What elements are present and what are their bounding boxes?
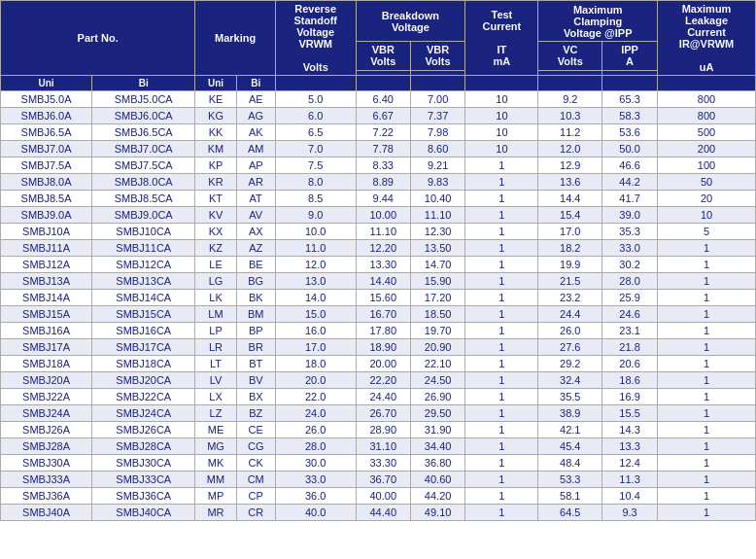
table-cell: 28.0 — [275, 438, 356, 455]
table-cell: SMBJ17CA — [92, 339, 195, 356]
table-cell: SMBJ20CA — [92, 372, 195, 389]
table-cell: 10 — [658, 207, 756, 224]
table-cell: 200 — [658, 141, 756, 157]
table-cell: 18.50 — [410, 306, 464, 323]
table-cell: 1 — [465, 356, 538, 372]
table-cell: KE — [195, 91, 236, 108]
table-cell: 27.6 — [538, 339, 602, 356]
table-cell: 26.0 — [275, 422, 356, 438]
table-cell: 19.70 — [410, 323, 464, 339]
table-row: SMBJ15ASMBJ15CALMBM15.016.7018.50124.424… — [1, 306, 756, 323]
table-cell: AK — [236, 124, 275, 141]
table-cell: 12.0 — [275, 257, 356, 273]
table-cell: 15.90 — [410, 273, 464, 290]
table-cell: 10 — [465, 91, 538, 108]
table-cell: 38.9 — [538, 405, 602, 422]
table-cell: 58.3 — [602, 108, 658, 124]
header-vc-volts — [538, 76, 602, 91]
table-cell: 9.44 — [356, 191, 410, 207]
table-cell: SMBJ18A — [1, 356, 92, 372]
table-cell: KG — [195, 108, 236, 124]
table-cell: 15.60 — [356, 290, 410, 306]
table-cell: 10.4 — [602, 488, 658, 505]
table-cell: LT — [195, 356, 236, 372]
table-cell: 1 — [465, 438, 538, 455]
table-cell: 9.21 — [410, 157, 464, 174]
table-cell: SMBJ22A — [1, 389, 92, 405]
table-cell: SMBJ40A — [1, 505, 92, 521]
table-cell: 65.3 — [602, 91, 658, 108]
header-breakdown: BreakdownVoltage — [356, 1, 465, 42]
table-cell: KR — [195, 174, 236, 191]
table-cell: SMBJ7.5CA — [92, 157, 195, 174]
table-cell: 11.2 — [538, 124, 602, 141]
table-cell: 64.5 — [538, 505, 602, 521]
table-cell: 10 — [465, 124, 538, 141]
table-cell: SMBJ30A — [1, 455, 92, 472]
table-cell: 21.8 — [602, 339, 658, 356]
table-cell: 1 — [658, 422, 756, 438]
table-cell: KX — [195, 224, 236, 240]
table-cell: SMBJ7.0CA — [92, 141, 195, 157]
table-cell: MG — [195, 438, 236, 455]
table-cell: LZ — [195, 405, 236, 422]
table-cell: SMBJ16A — [1, 323, 92, 339]
table-cell: SMBJ11CA — [92, 240, 195, 257]
table-cell: 1 — [465, 339, 538, 356]
table-cell: SMBJ6.0A — [1, 108, 92, 124]
header-bi: Bi — [92, 76, 195, 91]
header-test-current: TestCurrentITmA — [465, 1, 538, 76]
table-cell: SMBJ24A — [1, 405, 92, 422]
table-cell: SMBJ7.0A — [1, 141, 92, 157]
table-cell: 20.90 — [410, 339, 464, 356]
table-row: SMBJ26ASMBJ26CAMECE26.028.9031.90142.114… — [1, 422, 756, 438]
header-vbr-volts2 — [410, 76, 464, 91]
table-cell: SMBJ5.0CA — [92, 91, 195, 108]
table-cell: 7.00 — [410, 91, 464, 108]
table-cell: 21.5 — [538, 273, 602, 290]
table-cell: 35.3 — [602, 224, 658, 240]
table-row: SMBJ12ASMBJ12CALEBE12.013.3014.70119.930… — [1, 257, 756, 273]
table-cell: 18.0 — [275, 356, 356, 372]
table-cell: SMBJ33A — [1, 472, 92, 488]
table-cell: AR — [236, 174, 275, 191]
table-cell: SMBJ6.5A — [1, 124, 92, 141]
table-cell: SMBJ8.5A — [1, 191, 92, 207]
table-cell: 29.50 — [410, 405, 464, 422]
table-cell: 7.0 — [275, 141, 356, 157]
table-cell: MP — [195, 488, 236, 505]
table-cell: 35.5 — [538, 389, 602, 405]
table-cell: 9.3 — [602, 505, 658, 521]
table-cell: 1 — [465, 405, 538, 422]
table-cell: 31.10 — [356, 438, 410, 455]
table-cell: 14.70 — [410, 257, 464, 273]
table-cell: 14.3 — [602, 422, 658, 438]
table-cell: 1 — [465, 240, 538, 257]
table-cell: 45.4 — [538, 438, 602, 455]
table-cell: AE — [236, 91, 275, 108]
table-cell: 11.0 — [275, 240, 356, 257]
table-cell: SMBJ7.5A — [1, 157, 92, 174]
table-cell: SMBJ17A — [1, 339, 92, 356]
header-vbr-volts1 — [356, 76, 410, 91]
table-cell: 19.9 — [538, 257, 602, 273]
table-cell: SMBJ33CA — [92, 472, 195, 488]
table-cell: 58.1 — [538, 488, 602, 505]
table-cell: SMBJ12A — [1, 257, 92, 273]
table-cell: 50.0 — [602, 141, 658, 157]
table-cell: SMBJ8.0CA — [92, 174, 195, 191]
table-cell: 40.00 — [356, 488, 410, 505]
table-cell: SMBJ8.5CA — [92, 191, 195, 207]
table-cell: AX — [236, 224, 275, 240]
table-cell: 33.30 — [356, 455, 410, 472]
table-cell: SMBJ9.0CA — [92, 207, 195, 224]
table-row: SMBJ8.0ASMBJ8.0CAKRAR8.08.899.83113.644.… — [1, 174, 756, 191]
main-table: Part No. Marking ReverseStandoffVoltageV… — [0, 0, 756, 521]
table-cell: 44.40 — [356, 505, 410, 521]
table-cell: 23.2 — [538, 290, 602, 306]
table-row: SMBJ11ASMBJ11CAKZAZ11.012.2013.50118.233… — [1, 240, 756, 257]
table-cell: 11.10 — [410, 207, 464, 224]
table-row: SMBJ14ASMBJ14CALKBK14.015.6017.20123.225… — [1, 290, 756, 306]
table-cell: 1 — [465, 224, 538, 240]
table-cell: KM — [195, 141, 236, 157]
